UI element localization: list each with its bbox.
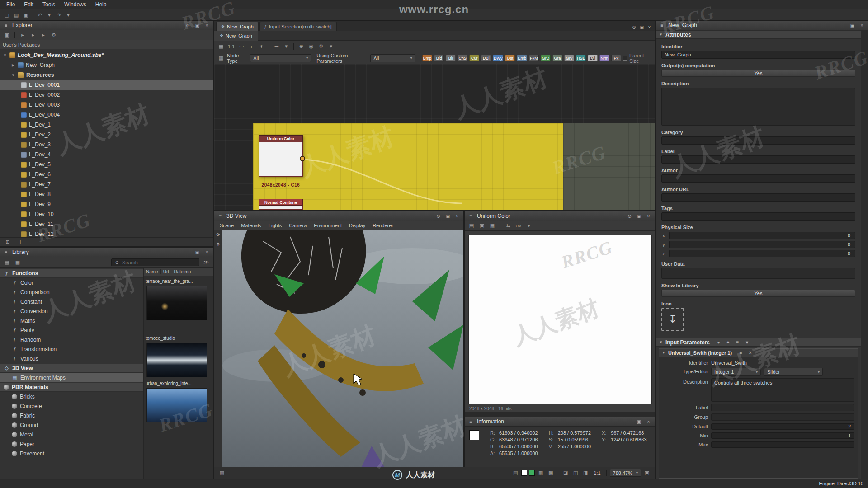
axis-y-field[interactable]: 0 bbox=[669, 241, 855, 248]
fit-view-icon[interactable]: ▭ bbox=[237, 42, 245, 51]
2d-texture-canvas[interactable] bbox=[468, 235, 652, 404]
filter-chip-nrm[interactable]: Nrm bbox=[599, 55, 609, 61]
library-section-functions[interactable]: ƒFunctions bbox=[0, 268, 143, 278]
search-input[interactable] bbox=[122, 260, 197, 265]
3d-viewport[interactable] bbox=[222, 230, 463, 467]
expand-all-icon[interactable]: ▸ bbox=[29, 31, 37, 39]
graph-row[interactable]: ▶ New_Graph bbox=[0, 60, 213, 70]
pan-tool-icon[interactable]: ✥ bbox=[215, 241, 222, 248]
resource-row[interactable]: L_Dev_10 bbox=[0, 209, 213, 219]
search-icon[interactable]: ⊙ bbox=[631, 24, 637, 31]
input-parameters-section-header[interactable]: ▼ Input Parameters ● + ≡ ▾ bbox=[656, 338, 861, 347]
add-node-icon[interactable]: ⊕ bbox=[297, 42, 305, 51]
filter-chip-cur[interactable]: Cur bbox=[469, 55, 479, 61]
resource-row[interactable]: L_Dev_5 bbox=[0, 160, 213, 169]
library-item-ground[interactable]: Ground bbox=[0, 420, 143, 430]
pin-icon[interactable]: ∗ bbox=[257, 42, 265, 51]
icon-drop-zone[interactable]: ↧ bbox=[661, 308, 684, 331]
filter-chip-blr[interactable]: Blr bbox=[446, 55, 456, 61]
library-item-parity[interactable]: ƒParity bbox=[0, 325, 143, 335]
link-dropdown-icon[interactable]: ▾ bbox=[282, 42, 290, 51]
author-field[interactable] bbox=[661, 174, 855, 183]
library-item-environment-maps[interactable]: ▦Environment Maps bbox=[0, 373, 143, 382]
mipmap-icon[interactable]: ◫ bbox=[571, 469, 580, 477]
transform-icon[interactable]: ⇆ bbox=[504, 222, 512, 230]
asset-thumbnail[interactable] bbox=[146, 286, 207, 320]
menu-lights[interactable]: Lights bbox=[265, 223, 285, 228]
library-section-3dview[interactable]: ◇3D View bbox=[0, 363, 143, 373]
filter-chip-bld[interactable]: Bld bbox=[434, 55, 444, 61]
attributes-section-header[interactable]: ▼ Attributes bbox=[656, 30, 861, 39]
filter-chip-gra[interactable]: Gra bbox=[552, 55, 562, 61]
background-green-swatch[interactable] bbox=[529, 470, 535, 476]
filter-chip-dbl[interactable]: DBl bbox=[481, 55, 491, 61]
resource-row[interactable]: L_Dev_7 bbox=[0, 179, 213, 189]
resource-row[interactable]: L_Dev_11 bbox=[0, 219, 213, 229]
search-icon[interactable]: ⊙ bbox=[435, 213, 442, 220]
zoom-one-to-one-button[interactable]: 1:1 bbox=[591, 469, 603, 477]
menu-scene[interactable]: Scene bbox=[216, 223, 237, 228]
add-folder-icon[interactable]: ▤ bbox=[3, 258, 11, 267]
node-normal-combine-body[interactable] bbox=[259, 206, 303, 210]
more-options-icon[interactable]: ▾ bbox=[327, 42, 335, 51]
resource-row[interactable]: L_Dev_9 bbox=[0, 199, 213, 209]
graph-info-icon[interactable]: i bbox=[247, 42, 255, 51]
float-panel-icon[interactable]: ▣ bbox=[636, 418, 642, 425]
float-panel-icon[interactable]: ▣ bbox=[636, 213, 642, 220]
column-date[interactable]: Date mo bbox=[171, 269, 193, 274]
link-mode-icon[interactable]: ⊶ bbox=[272, 42, 280, 51]
filter-chip-dst[interactable]: Dst bbox=[505, 55, 515, 61]
info-icon[interactable]: i bbox=[16, 238, 24, 246]
open-file-icon[interactable]: ▤ bbox=[12, 11, 20, 19]
snap-grid-icon[interactable]: ▦ bbox=[217, 42, 225, 51]
close-panel-icon[interactable]: × bbox=[645, 213, 652, 220]
filter-chip-grd[interactable]: GrD bbox=[541, 55, 551, 61]
grid-overlay-icon[interactable]: ▦ bbox=[537, 469, 545, 477]
expand-arrow-icon[interactable]: ▼ bbox=[11, 73, 15, 77]
float-panel-icon[interactable]: ▣ bbox=[194, 249, 201, 256]
channels-icon[interactable]: ▤ bbox=[467, 222, 476, 230]
param-type-dropdown[interactable]: Integer 1▾ bbox=[711, 368, 761, 376]
filter-chip-chs[interactable]: ChS bbox=[458, 55, 467, 61]
channel-select-icon[interactable]: ▤ bbox=[511, 469, 519, 477]
outputs-computation-toggle[interactable]: Yes bbox=[661, 70, 855, 77]
search-icon[interactable]: ⊙ bbox=[184, 22, 191, 29]
asset-thumbnail[interactable] bbox=[146, 343, 207, 377]
library-item-pavement[interactable]: Pavement bbox=[0, 449, 143, 458]
filter-icon[interactable]: ▦ bbox=[217, 54, 225, 62]
library-item-bricks[interactable]: Bricks bbox=[0, 392, 143, 401]
menu-materials[interactable]: Materials bbox=[237, 223, 265, 228]
grid-toggle-icon[interactable]: ⊞ bbox=[4, 238, 12, 246]
param-description-field[interactable]: Controls all three switches bbox=[711, 378, 854, 402]
tab-input-selection[interactable]: ƒ Input Selection[multi_switch] bbox=[259, 22, 337, 31]
library-item-metal[interactable]: Metal bbox=[0, 430, 143, 439]
close-panel-icon[interactable]: × bbox=[203, 249, 210, 256]
image-view-icon[interactable]: ▣ bbox=[478, 222, 486, 230]
param-identifier-value[interactable]: Universal_Swith bbox=[711, 359, 747, 366]
menu-edit[interactable]: Edit bbox=[19, 0, 38, 9]
graph-frame-secondary[interactable] bbox=[563, 123, 655, 210]
library-item-maths[interactable]: ƒMaths bbox=[0, 316, 143, 325]
param-visibility-icon[interactable]: ● bbox=[715, 339, 722, 346]
uv-overlay-icon[interactable]: UV bbox=[514, 222, 523, 230]
library-item-color[interactable]: ƒColor bbox=[0, 278, 143, 287]
zoom-one-to-one-button[interactable]: 1:1 bbox=[227, 42, 236, 51]
checker-background-icon[interactable]: ▩ bbox=[547, 469, 555, 477]
menu-windows[interactable]: Windows bbox=[60, 0, 91, 9]
save-icon[interactable]: ▣ bbox=[22, 11, 30, 19]
filter-chip-px[interactable]: Px bbox=[611, 55, 621, 61]
breadcrumb-new-graph[interactable]: ❖ New_Graph bbox=[214, 31, 258, 41]
library-item-random[interactable]: ƒRandom bbox=[0, 335, 143, 344]
asset-name[interactable]: terrace_near_the_gra... bbox=[144, 276, 213, 285]
explorer-view-icon[interactable]: ▣ bbox=[3, 31, 11, 39]
close-panel-icon[interactable]: × bbox=[645, 418, 652, 425]
axis-z-field[interactable]: 0 bbox=[669, 250, 855, 257]
column-name[interactable]: Name bbox=[144, 269, 161, 274]
filter-chip-fxm[interactable]: FxM bbox=[529, 55, 539, 61]
library-item-constant[interactable]: ƒConstant bbox=[0, 297, 143, 306]
param-label-field[interactable] bbox=[711, 404, 854, 411]
tab-new-graph[interactable]: ❖ New_Graph bbox=[216, 22, 259, 31]
uv-dropdown-icon[interactable]: ▾ bbox=[525, 222, 533, 230]
axis-x-field[interactable]: 0 bbox=[669, 232, 855, 239]
explorer-settings-icon[interactable]: ⚙ bbox=[50, 31, 58, 39]
